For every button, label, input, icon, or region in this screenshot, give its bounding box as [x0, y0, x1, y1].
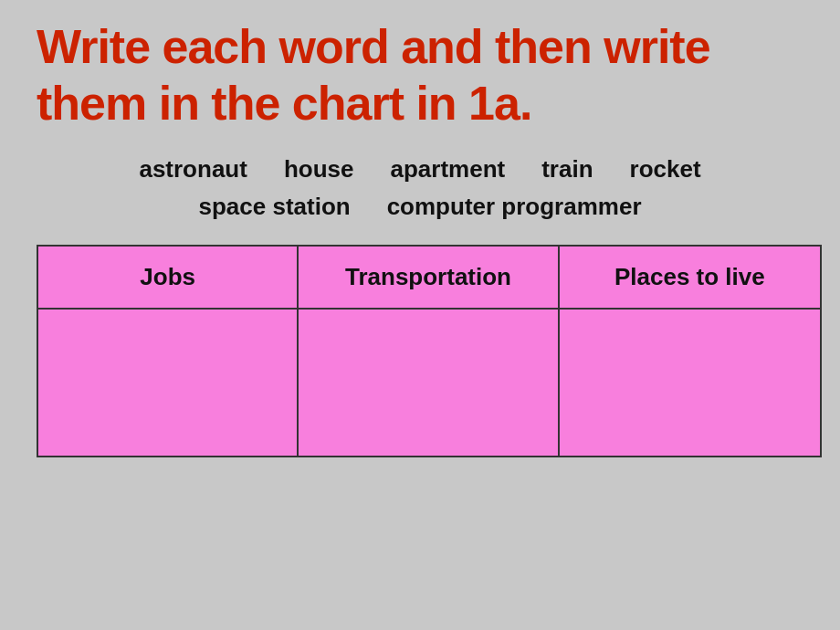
title-line1: Write each word and then write: [37, 18, 803, 75]
word-rocket: rocket: [630, 151, 701, 189]
chart-container: Jobs Transportation Places to live: [37, 245, 822, 457]
word-astronaut: astronaut: [139, 151, 247, 189]
title-line2: them in the chart in 1a.: [37, 75, 803, 131]
title-area: Write each word and then write them in t…: [37, 18, 803, 132]
chart-header-places: Places to live: [560, 247, 820, 308]
words-row1: astronaut house apartment train rocket: [37, 151, 803, 189]
word-house: house: [284, 151, 354, 189]
chart-body-places[interactable]: [560, 310, 820, 456]
chart-body: [38, 310, 820, 456]
page-container: Write each word and then write them in t…: [0, 0, 840, 630]
words-row2: space station computer programmer: [37, 188, 803, 226]
chart-body-transportation[interactable]: [299, 310, 559, 456]
word-train: train: [541, 151, 593, 189]
chart-header-jobs: Jobs: [38, 247, 299, 308]
word-space-station: space station: [198, 188, 350, 226]
chart-header-transportation: Transportation: [299, 247, 559, 308]
chart-header: Jobs Transportation Places to live: [38, 247, 820, 310]
word-apartment: apartment: [390, 151, 505, 189]
words-section: astronaut house apartment train rocket s…: [37, 151, 803, 226]
chart-body-jobs[interactable]: [38, 310, 299, 456]
word-computer-programmer: computer programmer: [387, 188, 642, 226]
